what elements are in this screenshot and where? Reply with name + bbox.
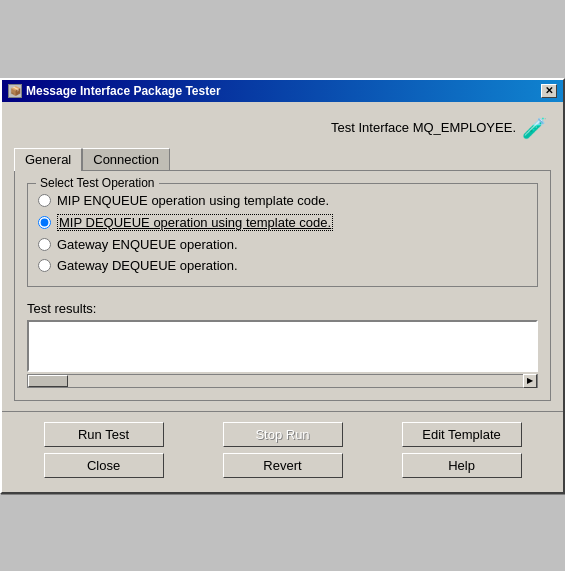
window-title: Message Interface Package Tester <box>26 84 221 98</box>
flask-icon: 🧪 <box>522 116 547 140</box>
header-text: Test Interface MQ_EMPLOYEE. <box>331 120 516 135</box>
tab-row: General Connection <box>14 148 551 170</box>
button-row-1: Run Test Stop Run Edit Template <box>14 422 551 447</box>
test-results-textarea[interactable] <box>29 322 536 370</box>
close-window-button[interactable]: ✕ <box>541 84 557 98</box>
radio-label-mip-dequeue: MIP DEQUEUE operation using template cod… <box>57 214 333 231</box>
edit-template-button[interactable]: Edit Template <box>402 422 522 447</box>
radio-label-gateway-enqueue: Gateway ENQUEUE operation. <box>57 237 238 252</box>
run-test-button[interactable]: Run Test <box>44 422 164 447</box>
tab-connection[interactable]: Connection <box>82 148 170 170</box>
test-results-label: Test results: <box>27 301 538 316</box>
close-button[interactable]: Close <box>44 453 164 478</box>
test-results-section: Test results: ▶ <box>27 301 538 388</box>
radio-gateway-enqueue[interactable] <box>38 238 51 251</box>
stop-run-button: Stop Run <box>223 422 343 447</box>
main-window: 📦 Message Interface Package Tester ✕ Tes… <box>0 78 565 494</box>
radio-option-1: MIP ENQUEUE operation using template cod… <box>38 190 527 211</box>
radio-option-3: Gateway ENQUEUE operation. <box>38 234 527 255</box>
select-test-operation-group: Select Test Operation MIP ENQUEUE operat… <box>27 183 538 287</box>
window-body: Test Interface MQ_EMPLOYEE. 🧪 General Co… <box>2 102 563 411</box>
radio-option-4: Gateway DEQUEUE operation. <box>38 255 527 276</box>
buttons-area: Run Test Stop Run Edit Template Close Re… <box>2 411 563 492</box>
header-row: Test Interface MQ_EMPLOYEE. 🧪 <box>14 110 551 148</box>
window-icon: 📦 <box>8 84 22 98</box>
radio-gateway-dequeue[interactable] <box>38 259 51 272</box>
radio-option-2: MIP DEQUEUE operation using template cod… <box>38 211 527 234</box>
radio-mip-enqueue[interactable] <box>38 194 51 207</box>
group-box-label: Select Test Operation <box>36 176 159 190</box>
title-bar-left: 📦 Message Interface Package Tester <box>8 84 221 98</box>
main-panel: Select Test Operation MIP ENQUEUE operat… <box>14 170 551 401</box>
scrollbar-right-arrow[interactable]: ▶ <box>523 374 537 388</box>
radio-label-gateway-dequeue: Gateway DEQUEUE operation. <box>57 258 238 273</box>
title-bar: 📦 Message Interface Package Tester ✕ <box>2 80 563 102</box>
stop-run-label: Stop Run <box>255 427 309 442</box>
button-row-2: Close Revert Help <box>14 453 551 478</box>
help-button[interactable]: Help <box>402 453 522 478</box>
scrollbar-container: ▶ <box>27 374 538 388</box>
tab-general[interactable]: General <box>14 148 82 171</box>
scrollbar-thumb <box>28 375 68 387</box>
test-results-box <box>27 320 538 372</box>
radio-mip-dequeue[interactable] <box>38 216 51 229</box>
horizontal-scrollbar[interactable]: ▶ <box>27 374 538 388</box>
revert-button[interactable]: Revert <box>223 453 343 478</box>
radio-label-mip-enqueue: MIP ENQUEUE operation using template cod… <box>57 193 329 208</box>
